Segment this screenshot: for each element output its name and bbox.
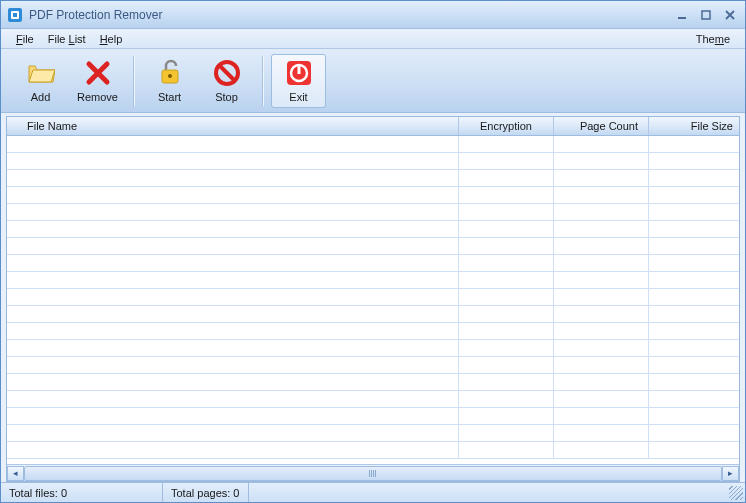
- close-button[interactable]: [721, 8, 739, 22]
- menu-theme[interactable]: Theme: [689, 31, 737, 47]
- add-button[interactable]: Add: [13, 54, 68, 108]
- add-label: Add: [31, 91, 51, 103]
- menu-filelist[interactable]: File List: [41, 31, 93, 47]
- table-row: [7, 374, 739, 391]
- table-row: [7, 425, 739, 442]
- svg-rect-3: [678, 17, 686, 19]
- table-row: [7, 323, 739, 340]
- x-red-icon: [84, 59, 112, 87]
- start-label: Start: [158, 91, 181, 103]
- minimize-button[interactable]: [673, 8, 691, 22]
- status-total-files: Total files: 0: [1, 483, 163, 502]
- table-row: [7, 238, 739, 255]
- stop-label: Stop: [215, 91, 238, 103]
- table-row: [7, 408, 739, 425]
- table-row: [7, 306, 739, 323]
- remove-button[interactable]: Remove: [70, 54, 125, 108]
- stop-button[interactable]: Stop: [199, 54, 254, 108]
- table-row: [7, 136, 739, 153]
- toolbar-separator: [133, 56, 134, 106]
- scroll-track[interactable]: [24, 466, 722, 481]
- table-row: [7, 442, 739, 459]
- folder-open-icon: [27, 59, 55, 87]
- column-filesize[interactable]: File Size: [649, 117, 739, 135]
- maximize-button[interactable]: [697, 8, 715, 22]
- titlebar: PDF Protection Remover: [1, 1, 745, 29]
- svg-rect-10: [297, 64, 300, 74]
- table-row: [7, 153, 739, 170]
- app-icon: [7, 7, 23, 23]
- exit-button[interactable]: Exit: [271, 54, 326, 108]
- scroll-thumb[interactable]: [24, 466, 722, 481]
- column-encryption[interactable]: Encryption: [459, 117, 554, 135]
- table-row: [7, 221, 739, 238]
- svg-rect-4: [702, 11, 710, 19]
- grid-body[interactable]: [7, 136, 739, 464]
- start-button[interactable]: Start: [142, 54, 197, 108]
- table-row: [7, 204, 739, 221]
- table-row: [7, 255, 739, 272]
- column-filename[interactable]: File Name: [7, 117, 459, 135]
- table-row: [7, 391, 739, 408]
- horizontal-scrollbar[interactable]: ◂ ▸: [7, 464, 739, 481]
- svg-rect-2: [13, 13, 17, 17]
- table-row: [7, 170, 739, 187]
- status-total-pages: Total pages: 0: [163, 483, 249, 502]
- resize-gripper-icon[interactable]: [729, 486, 743, 500]
- table-row: [7, 340, 739, 357]
- window-title: PDF Protection Remover: [29, 8, 673, 22]
- toolbar-separator: [262, 56, 263, 106]
- toolbar: Add Remove Start Stop Exit: [1, 49, 745, 113]
- remove-label: Remove: [77, 91, 118, 103]
- table-row: [7, 357, 739, 374]
- menu-file[interactable]: File: [9, 31, 41, 47]
- grid-header: File Name Encryption Page Count File Siz…: [7, 117, 739, 136]
- table-row: [7, 289, 739, 306]
- statusbar: Total files: 0 Total pages: 0: [1, 482, 745, 502]
- column-pagecount[interactable]: Page Count: [554, 117, 649, 135]
- file-grid: File Name Encryption Page Count File Siz…: [6, 116, 740, 482]
- table-row: [7, 272, 739, 289]
- menubar: File File List Help Theme: [1, 29, 745, 49]
- unlock-icon: [156, 59, 184, 87]
- no-entry-icon: [213, 59, 241, 87]
- svg-point-6: [168, 74, 172, 78]
- exit-label: Exit: [289, 91, 307, 103]
- menu-help[interactable]: Help: [93, 31, 130, 47]
- power-icon: [285, 59, 313, 87]
- scroll-right-arrow[interactable]: ▸: [722, 466, 739, 481]
- scroll-left-arrow[interactable]: ◂: [7, 466, 24, 481]
- table-row: [7, 187, 739, 204]
